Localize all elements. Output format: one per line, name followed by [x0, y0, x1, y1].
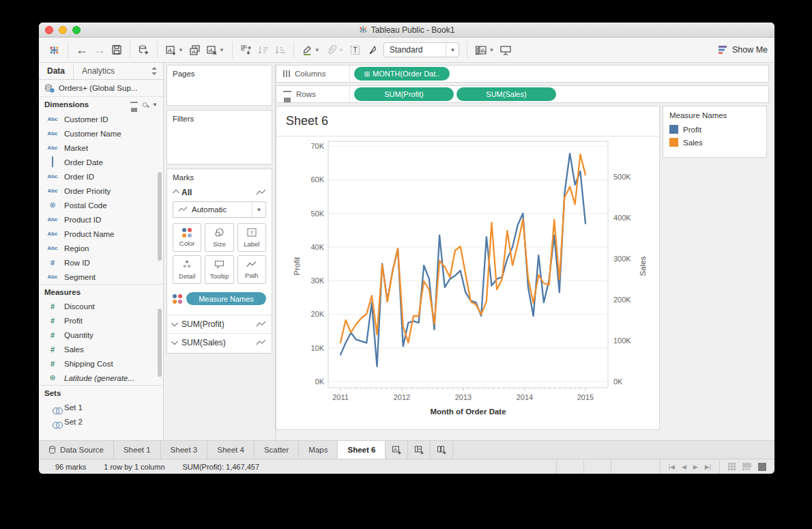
field-item[interactable]: AbcRegion: [39, 241, 163, 255]
field-item[interactable]: Order Date: [39, 155, 163, 169]
clear-sheet-button[interactable]: ▼: [203, 41, 227, 59]
presentation-mode-button[interactable]: [497, 41, 514, 59]
columns-shelf[interactable]: Columns ⊞MONTH(Order Dat..: [276, 65, 769, 83]
last-page-icon[interactable]: ▶|: [705, 463, 711, 470]
show-mark-labels-button[interactable]: T: [347, 41, 364, 59]
expand-icon[interactable]: ⊞: [364, 70, 370, 78]
tab-analytics[interactable]: Analytics: [73, 63, 123, 79]
legend-item-sales[interactable]: Sales: [669, 138, 760, 147]
show-tabs-icon[interactable]: [758, 463, 766, 471]
field-item[interactable]: ⊕Latitude (generate...: [39, 371, 163, 385]
legend-card[interactable]: Measure Names ProfitSales: [663, 106, 767, 158]
field-type-icon-abc: Abc: [46, 188, 59, 194]
zoom-window-button[interactable]: [72, 26, 81, 34]
save-button[interactable]: [108, 41, 125, 59]
sheet-tab-sheet-6[interactable]: Sheet 6: [338, 441, 386, 459]
show-hide-cards-button[interactable]: ▼: [472, 41, 497, 59]
tabbar-spacer: [453, 441, 774, 459]
sheet-tab-sheet-3[interactable]: Sheet 3: [161, 441, 208, 459]
field-item[interactable]: AbcProduct Name: [39, 227, 163, 241]
expand-icon[interactable]: [171, 338, 178, 345]
field-item[interactable]: AbcOrder ID: [39, 169, 163, 184]
redo-button[interactable]: →: [91, 41, 108, 59]
scrollbar-thumb[interactable]: [158, 172, 162, 261]
marks-button-color[interactable]: Color: [173, 223, 201, 252]
attachment-button[interactable]: ▼: [323, 41, 347, 59]
fit-dropdown[interactable]: Standard ▼: [383, 42, 460, 57]
dual-axis-line-chart[interactable]: 0K10K20K30K40K50K60K70K0K100K200K300K400…: [276, 137, 659, 429]
field-item[interactable]: AbcSegment: [39, 270, 163, 284]
sum-profit-section[interactable]: SUM(Profit): [167, 315, 272, 333]
marks-button-detail[interactable]: Detail: [173, 255, 201, 284]
field-item[interactable]: ⊕Postal Code: [39, 198, 163, 212]
show-filmstrip-icon[interactable]: [742, 463, 751, 470]
field-item[interactable]: #Sales: [39, 342, 163, 356]
sheet-tab-sheet-1[interactable]: Sheet 1: [114, 441, 161, 459]
pane-sort-icon[interactable]: [149, 67, 159, 75]
fix-axes-button[interactable]: [364, 41, 381, 59]
tab-data[interactable]: Data: [39, 63, 73, 79]
sheet-tab-data-source[interactable]: Data Source: [39, 441, 114, 459]
field-item[interactable]: AbcCustomer ID: [39, 112, 163, 126]
scrollbar-thumb[interactable]: [158, 309, 162, 377]
show-me-button[interactable]: Show Me: [718, 45, 768, 55]
previous-page-icon[interactable]: ◀: [682, 463, 686, 470]
field-item[interactable]: AbcOrder Priority: [39, 184, 163, 198]
field-item[interactable]: Set 1: [39, 400, 163, 414]
marks-all-section[interactable]: All: [167, 184, 272, 201]
field-label: Quantity: [64, 331, 93, 339]
new-dashboard-button[interactable]: [408, 441, 431, 459]
columns-pill[interactable]: ⊞MONTH(Order Dat..: [354, 67, 450, 81]
swap-rows-and-columns-button[interactable]: [237, 41, 255, 59]
filters-shelf[interactable]: Filters: [166, 110, 272, 165]
pages-shelf[interactable]: Pages: [166, 65, 272, 106]
sheet-tab-sheet-4[interactable]: Sheet 4: [207, 441, 255, 459]
show-sheet-sorter-icon[interactable]: [728, 463, 736, 470]
marks-button-size[interactable]: Size: [205, 223, 233, 252]
next-page-icon[interactable]: ▶: [693, 463, 698, 470]
collapse-icon[interactable]: [173, 189, 179, 196]
field-item[interactable]: Set 2: [39, 414, 163, 429]
view-list-icon[interactable]: [130, 102, 138, 108]
sheet-tab-scatter[interactable]: Scatter: [255, 441, 299, 459]
rows-pill[interactable]: SUM(Profit): [354, 87, 454, 101]
new-worksheet-button[interactable]: [386, 441, 408, 459]
field-item[interactable]: #Profit: [39, 313, 163, 328]
legend-item-profit[interactable]: Profit: [669, 125, 760, 134]
expand-icon[interactable]: [171, 319, 178, 326]
field-item[interactable]: AbcCustomer Name: [39, 126, 163, 141]
marks-button-tooltip[interactable]: Tooltip: [205, 255, 233, 284]
rows-pill[interactable]: SUM(Sales): [456, 87, 556, 101]
field-item[interactable]: #Shipping Cost: [39, 356, 163, 371]
columns-shelf-label-group: Columns: [276, 66, 350, 82]
field-item[interactable]: #Quantity: [39, 328, 163, 342]
field-item[interactable]: #Row ID: [39, 255, 163, 270]
new-worksheet-button[interactable]: ▼: [162, 41, 186, 59]
undo-button[interactable]: ←: [73, 41, 91, 59]
sort-descending-button[interactable]: [272, 41, 289, 59]
datasource-item[interactable]: Orders+ (Global Sup...: [39, 80, 163, 97]
marks-button-path[interactable]: Path: [237, 255, 266, 284]
sum-sales-section[interactable]: SUM(Sales): [167, 333, 272, 352]
search-icon[interactable]: [143, 102, 147, 107]
minimize-window-button[interactable]: [59, 26, 67, 34]
field-item[interactable]: AbcProduct ID: [39, 212, 163, 227]
rows-shelf-label: Rows: [296, 90, 316, 98]
rows-shelf[interactable]: Rows SUM(Profit)SUM(Sales): [276, 85, 769, 103]
measure-names-pill[interactable]: Measure Names: [186, 292, 266, 305]
tableau-logo-button[interactable]: [46, 41, 63, 59]
marks-button-label[interactable]: TLabel: [237, 223, 266, 252]
sort-ascending-button[interactable]: [255, 41, 272, 59]
field-item[interactable]: #Discount: [39, 299, 163, 313]
first-page-icon[interactable]: |◀: [669, 463, 675, 470]
close-window-button[interactable]: [45, 26, 53, 34]
connect-to-data-button[interactable]: [135, 41, 152, 59]
field-item[interactable]: AbcMarket: [39, 141, 163, 155]
chevron-down-icon[interactable]: ▼: [152, 102, 158, 108]
duplicate-sheet-button[interactable]: [186, 41, 203, 59]
sheet-tab-maps[interactable]: Maps: [299, 441, 338, 459]
mark-type-dropdown[interactable]: Automatic ▼: [173, 201, 266, 218]
highlight-button[interactable]: ▼: [299, 41, 323, 59]
section-header-measures: Measures: [39, 284, 163, 299]
new-story-button[interactable]: [431, 441, 453, 459]
